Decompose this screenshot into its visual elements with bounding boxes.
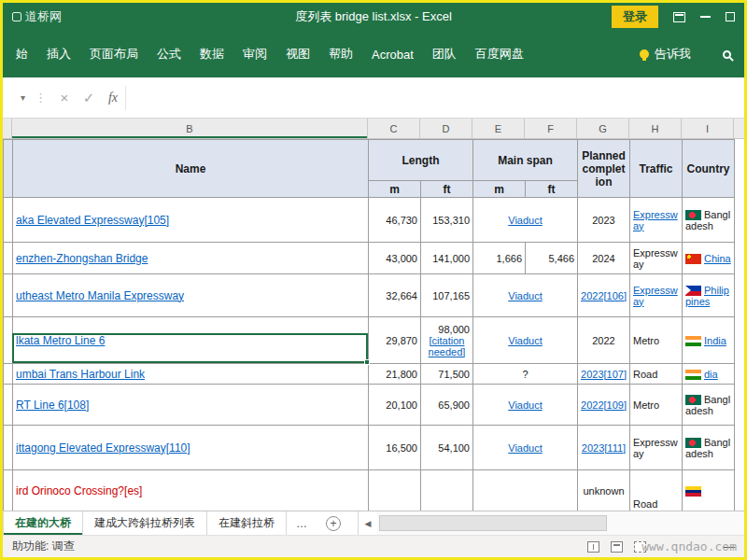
viaduct-link[interactable]: Viaduct bbox=[508, 215, 543, 226]
formula-input[interactable] bbox=[125, 86, 744, 110]
length-ft-cell[interactable]: 71,500 bbox=[421, 364, 473, 385]
viaduct-link[interactable]: Viaduct bbox=[508, 399, 543, 411]
scrollbar-thumb[interactable] bbox=[379, 515, 607, 531]
traffic-link[interactable]: Expressway bbox=[633, 209, 678, 231]
column-header-c[interactable]: C bbox=[368, 119, 420, 138]
name-cell[interactable]: ird Orinoco Crossing?[es] bbox=[13, 470, 369, 511]
bridge-link[interactable]: enzhen-Zhongshan Bridge bbox=[16, 252, 148, 265]
completion-cell[interactable]: 2022[106] bbox=[578, 274, 630, 317]
length-ft-cell[interactable] bbox=[421, 470, 473, 511]
fill-handle[interactable] bbox=[364, 359, 370, 365]
completion-cell[interactable]: 2022[109] bbox=[578, 385, 630, 426]
completion-link[interactable]: 2023[107] bbox=[581, 369, 627, 380]
bridge-link[interactable]: lkata Metro Line 6 bbox=[16, 334, 105, 347]
main-span-cell[interactable]: Viaduct bbox=[473, 274, 578, 317]
tell-me-box[interactable]: 告诉我 bbox=[630, 40, 700, 68]
country-cell[interactable]: Bangladesh bbox=[683, 385, 735, 426]
ribbon-tab-data[interactable]: 数据 bbox=[190, 40, 233, 68]
header-length-ft[interactable]: ft bbox=[421, 181, 473, 198]
completion-cell[interactable]: 2023 bbox=[578, 198, 630, 243]
bridge-link[interactable]: aka Elevated Expressway[105] bbox=[16, 214, 169, 227]
length-ft-cell[interactable]: 65,900 bbox=[421, 385, 473, 426]
confirm-icon[interactable]: ✓ bbox=[77, 90, 101, 106]
completion-link[interactable]: 2023[111] bbox=[582, 442, 626, 454]
ribbon-tab-baidu-netdisk[interactable]: 百度网盘 bbox=[466, 40, 533, 68]
length-m-cell[interactable]: 20,100 bbox=[369, 385, 421, 426]
span-m-cell[interactable]: 1,666 bbox=[473, 243, 526, 274]
country-link[interactable]: China bbox=[704, 253, 731, 264]
header-planned-completion[interactable]: Planned completion bbox=[578, 140, 630, 198]
ribbon-tab-home[interactable]: 始 bbox=[7, 40, 37, 68]
insert-function-icon[interactable]: fx bbox=[101, 91, 125, 105]
column-header-i[interactable]: I bbox=[682, 119, 734, 138]
length-ft-cell[interactable]: 141,000 bbox=[421, 243, 473, 274]
country-link[interactable]: India bbox=[704, 335, 726, 346]
sheet-tab-completed-cable-stayed[interactable]: 建成大跨斜拉桥列表 bbox=[83, 511, 207, 535]
traffic-cell[interactable]: Road bbox=[630, 364, 683, 385]
column-header-h[interactable]: H bbox=[629, 119, 682, 138]
completion-cell[interactable]: 2023[107] bbox=[578, 364, 630, 385]
bridge-link[interactable]: RT Line 6[108] bbox=[16, 399, 89, 412]
ribbon-tab-help[interactable]: 帮助 bbox=[319, 40, 362, 68]
country-cell[interactable] bbox=[683, 470, 735, 511]
column-header-e[interactable]: E bbox=[472, 119, 525, 138]
length-ft-cell[interactable]: 107,165 bbox=[421, 274, 473, 317]
completion-cell[interactable]: 2024 bbox=[578, 243, 630, 274]
main-span-cell[interactable]: ? bbox=[473, 364, 578, 385]
header-country[interactable]: Country bbox=[683, 140, 735, 198]
traffic-cell[interactable]: Metro bbox=[630, 385, 683, 426]
ribbon-tab-insert[interactable]: 插入 bbox=[37, 40, 80, 68]
country-cell[interactable]: dia bbox=[683, 364, 735, 385]
name-cell[interactable]: ittagong Elevated Expressway[110] bbox=[13, 426, 369, 470]
length-m-cell[interactable]: 21,800 bbox=[369, 364, 421, 385]
traffic-cell[interactable]: Metro bbox=[630, 317, 683, 364]
scroll-left-icon[interactable]: ◀ bbox=[359, 519, 377, 528]
completion-cell[interactable]: 2022 bbox=[578, 317, 630, 364]
add-sheet-icon[interactable]: + bbox=[326, 516, 341, 531]
bridge-link[interactable]: utheast Metro Manila Expressway bbox=[16, 289, 184, 302]
ribbon-tab-team[interactable]: 团队 bbox=[423, 40, 466, 68]
header-length-m[interactable]: m bbox=[369, 181, 421, 198]
cancel-icon[interactable]: × bbox=[52, 90, 77, 105]
page-break-view-icon[interactable] bbox=[634, 541, 646, 553]
viaduct-link[interactable]: Viaduct bbox=[508, 335, 543, 346]
country-cell[interactable]: India bbox=[683, 317, 735, 364]
completion-cell[interactable]: 2023[111] bbox=[578, 426, 630, 470]
main-span-cell[interactable]: Viaduct bbox=[473, 198, 578, 243]
minimize-icon[interactable] bbox=[700, 16, 711, 18]
main-span-cell[interactable]: Viaduct bbox=[473, 385, 578, 426]
ribbon-tab-acrobat[interactable]: Acrobat bbox=[362, 42, 423, 67]
sheet-tab-cable-stayed-under-construction[interactable]: 在建斜拉桥 bbox=[207, 511, 287, 535]
length-m-cell[interactable]: 46,730 bbox=[369, 198, 421, 243]
zoom-out-icon[interactable]: — bbox=[723, 539, 735, 553]
column-header-f[interactable]: F bbox=[525, 119, 577, 138]
header-span-ft[interactable]: ft bbox=[526, 181, 578, 198]
country-cell[interactable]: China bbox=[683, 243, 735, 274]
length-ft-cell[interactable]: 54,100 bbox=[421, 426, 473, 470]
length-ft-cell[interactable]: 98,000 [citation needed] bbox=[421, 317, 473, 364]
more-sheets-icon[interactable]: … bbox=[287, 511, 317, 535]
ribbon-options-icon[interactable] bbox=[673, 12, 685, 22]
country-cell[interactable]: Philippines bbox=[683, 274, 735, 317]
sheet-tab-bridges-under-construction[interactable]: 在建的大桥 bbox=[3, 511, 83, 535]
bridge-broken-link[interactable]: ird Orinoco Crossing?[es] bbox=[16, 484, 142, 497]
page-layout-view-icon[interactable] bbox=[611, 541, 623, 553]
length-m-cell[interactable]: 43,000 bbox=[369, 243, 421, 274]
ribbon-tab-formulas[interactable]: 公式 bbox=[148, 40, 190, 68]
login-button[interactable]: 登录 bbox=[612, 6, 658, 28]
country-link[interactable]: dia bbox=[704, 369, 718, 380]
bridge-link[interactable]: ittagong Elevated Expressway[110] bbox=[16, 441, 190, 455]
column-header-g[interactable]: G bbox=[577, 119, 629, 138]
traffic-cell[interactable]: Road bbox=[630, 470, 683, 511]
normal-view-icon[interactable] bbox=[587, 541, 599, 553]
header-length[interactable]: Length bbox=[369, 140, 473, 181]
name-cell[interactable]: umbai Trans Harbour Link bbox=[13, 364, 369, 385]
ribbon-tab-view[interactable]: 视图 bbox=[276, 40, 319, 68]
search-icon[interactable] bbox=[723, 50, 731, 59]
header-main-span[interactable]: Main span bbox=[473, 140, 578, 181]
completion-link[interactable]: 2022[109] bbox=[581, 399, 627, 411]
name-cell[interactable]: enzhen-Zhongshan Bridge bbox=[13, 243, 369, 274]
traffic-cell[interactable]: Expressway bbox=[630, 198, 683, 243]
traffic-cell[interactable]: Expressway bbox=[630, 426, 683, 470]
main-span-cell[interactable]: Viaduct bbox=[473, 317, 578, 364]
